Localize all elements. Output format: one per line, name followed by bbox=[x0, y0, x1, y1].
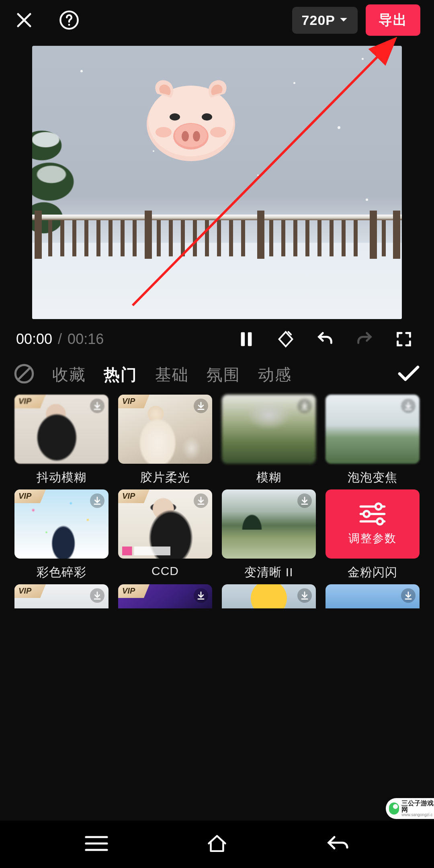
download-icon bbox=[194, 493, 208, 508]
svg-point-9 bbox=[193, 131, 200, 141]
download-icon bbox=[90, 399, 104, 413]
effect-sharpen-2[interactable]: 变清晰 II bbox=[222, 489, 316, 580]
effect-row3-2[interactable]: VIP bbox=[118, 584, 212, 608]
chevron-down-icon bbox=[339, 17, 348, 23]
tab-hot[interactable]: 热门 bbox=[104, 364, 137, 386]
effect-row3-4[interactable] bbox=[326, 584, 420, 608]
effect-shake-blur[interactable]: VIP 抖动模糊 bbox=[14, 395, 108, 485]
svg-rect-13 bbox=[241, 332, 245, 346]
pause-button[interactable] bbox=[232, 328, 260, 350]
nav-home-icon[interactable] bbox=[205, 834, 229, 855]
download-icon bbox=[194, 399, 208, 413]
system-nav-bar bbox=[0, 821, 434, 868]
undo-button[interactable] bbox=[311, 328, 339, 350]
svg-point-8 bbox=[182, 131, 189, 141]
export-button[interactable]: 导出 bbox=[366, 4, 420, 36]
download-icon bbox=[90, 588, 104, 603]
svg-text:VIP: VIP bbox=[122, 397, 135, 405]
vip-badge: VIP bbox=[14, 584, 46, 598]
nav-recent-icon[interactable] bbox=[84, 834, 108, 855]
fullscreen-button[interactable] bbox=[390, 328, 418, 350]
redo-button[interactable] bbox=[350, 328, 379, 350]
time-current: 00:00 bbox=[16, 331, 52, 348]
adjust-params-button: 调整参数 bbox=[326, 489, 420, 559]
download-icon bbox=[90, 493, 104, 508]
video-preview[interactable] bbox=[32, 46, 402, 319]
download-icon bbox=[297, 399, 312, 413]
effect-row3-1[interactable]: VIP bbox=[14, 584, 108, 608]
effect-row3-3[interactable] bbox=[222, 584, 316, 608]
svg-rect-14 bbox=[248, 332, 252, 346]
svg-point-21 bbox=[364, 511, 370, 517]
svg-point-5 bbox=[202, 113, 212, 121]
tab-favorites[interactable]: 收藏 bbox=[52, 364, 86, 386]
download-icon bbox=[297, 493, 312, 508]
svg-text:VIP: VIP bbox=[122, 586, 135, 595]
download-icon bbox=[194, 588, 208, 603]
watermark-badge: 三公子游戏网 www.sangongzi.c bbox=[386, 798, 434, 819]
vip-badge: VIP bbox=[118, 489, 149, 503]
tab-mood[interactable]: 氛围 bbox=[207, 364, 240, 386]
vip-badge: VIP bbox=[14, 395, 46, 408]
resolution-label: 720P bbox=[302, 12, 335, 28]
svg-text:VIP: VIP bbox=[18, 491, 32, 500]
vip-badge: VIP bbox=[118, 584, 149, 598]
svg-point-1 bbox=[68, 24, 70, 26]
keyframe-button[interactable] bbox=[272, 328, 300, 350]
effect-blur[interactable]: 模糊 bbox=[222, 395, 316, 485]
sliders-icon bbox=[358, 502, 387, 526]
time-separator: / bbox=[58, 331, 62, 348]
svg-point-20 bbox=[375, 504, 381, 510]
vip-badge: VIP bbox=[14, 489, 46, 503]
time-duration: 00:16 bbox=[68, 331, 104, 348]
download-icon bbox=[401, 588, 416, 603]
vip-badge: VIP bbox=[118, 395, 149, 408]
effect-film-soft[interactable]: VIP 胶片柔光 bbox=[118, 395, 212, 485]
tab-dynamic[interactable]: 动感 bbox=[258, 364, 292, 386]
svg-point-11 bbox=[210, 127, 226, 137]
nav-back-icon[interactable] bbox=[326, 834, 350, 855]
effect-bubble-zoom[interactable]: 泡泡变焦 bbox=[326, 395, 420, 485]
svg-point-4 bbox=[170, 113, 180, 121]
close-icon[interactable] bbox=[14, 10, 35, 31]
svg-text:VIP: VIP bbox=[122, 491, 135, 500]
effect-gold-glitter[interactable]: 调整参数 金粉闪闪 bbox=[326, 489, 420, 580]
resolution-selector[interactable]: 720P bbox=[292, 7, 358, 34]
svg-point-22 bbox=[377, 518, 383, 524]
download-icon bbox=[297, 588, 312, 603]
confirm-button[interactable] bbox=[397, 365, 420, 384]
none-effect-button[interactable] bbox=[14, 363, 35, 386]
svg-text:VIP: VIP bbox=[18, 397, 32, 405]
effect-confetti[interactable]: VIP 彩色碎彩 bbox=[14, 489, 108, 580]
download-icon bbox=[401, 399, 416, 413]
svg-point-10 bbox=[156, 127, 172, 137]
svg-point-7 bbox=[175, 124, 207, 147]
sticker-pig[interactable] bbox=[139, 76, 243, 164]
help-icon[interactable] bbox=[59, 10, 80, 31]
tab-basic[interactable]: 基础 bbox=[155, 364, 189, 386]
effect-ccd[interactable]: VIP CCD bbox=[118, 489, 212, 580]
svg-text:VIP: VIP bbox=[18, 586, 32, 595]
